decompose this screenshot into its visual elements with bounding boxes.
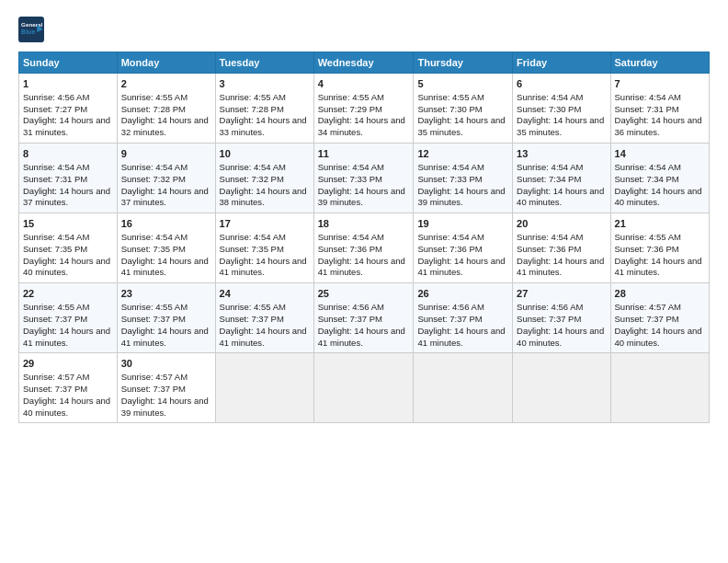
sunset: Sunset: 7:29 PM (318, 104, 382, 114)
sunset: Sunset: 7:34 PM (517, 174, 581, 184)
sunrise: Sunrise: 4:54 AM (615, 92, 681, 102)
page: General Blue SundayMondayTuesdayWednesda… (0, 0, 728, 563)
sunrise: Sunrise: 4:57 AM (23, 372, 89, 382)
sunset: Sunset: 7:37 PM (23, 314, 87, 324)
header-cell-friday: Friday (513, 52, 610, 74)
day-number: 19 (417, 217, 508, 231)
calendar-cell: 6Sunrise: 4:54 AMSunset: 7:30 PMDaylight… (513, 74, 610, 144)
calendar-week-5: 29Sunrise: 4:57 AMSunset: 7:37 PMDayligh… (19, 353, 710, 423)
calendar-cell: 1Sunrise: 4:56 AMSunset: 7:27 PMDaylight… (19, 74, 118, 144)
calendar-cell: 3Sunrise: 4:55 AMSunset: 7:28 PMDaylight… (215, 74, 313, 144)
sunrise: Sunrise: 4:56 AM (417, 302, 483, 312)
calendar-cell: 21Sunrise: 4:55 AMSunset: 7:36 PMDayligh… (610, 213, 709, 283)
day-number: 4 (318, 77, 410, 91)
day-number: 11 (318, 147, 410, 161)
calendar-table: SundayMondayTuesdayWednesdayThursdayFrid… (18, 52, 710, 423)
sunset: Sunset: 7:37 PM (121, 384, 186, 394)
header-cell-saturday: Saturday (610, 52, 709, 74)
calendar-cell: 28Sunrise: 4:57 AMSunset: 7:37 PMDayligh… (610, 283, 709, 353)
calendar-cell: 16Sunrise: 4:54 AMSunset: 7:35 PMDayligh… (117, 213, 215, 283)
daylight-label: Daylight: 14 hours and 41 minutes. (220, 256, 307, 278)
daylight-label: Daylight: 14 hours and 33 minutes. (220, 115, 307, 137)
calendar-cell: 23Sunrise: 4:55 AMSunset: 7:37 PMDayligh… (117, 283, 215, 353)
day-number: 25 (318, 287, 410, 301)
day-number: 15 (23, 217, 113, 231)
calendar-cell: 7Sunrise: 4:54 AMSunset: 7:31 PMDaylight… (610, 74, 709, 144)
daylight-label: Daylight: 14 hours and 32 minutes. (121, 115, 209, 137)
sunset: Sunset: 7:36 PM (517, 244, 581, 254)
sunset: Sunset: 7:37 PM (417, 314, 482, 324)
day-number: 7 (615, 77, 705, 91)
day-number: 24 (220, 287, 310, 301)
sunrise: Sunrise: 4:54 AM (517, 232, 583, 242)
day-number: 8 (23, 147, 113, 161)
daylight-label: Daylight: 14 hours and 34 minutes. (318, 115, 405, 137)
daylight-label: Daylight: 14 hours and 40 minutes. (517, 326, 604, 348)
header-cell-sunday: Sunday (19, 52, 118, 74)
daylight-label: Daylight: 14 hours and 41 minutes. (517, 256, 604, 278)
sunrise: Sunrise: 4:54 AM (517, 162, 583, 172)
daylight-label: Daylight: 14 hours and 41 minutes. (121, 326, 209, 348)
daylight-label: Daylight: 14 hours and 35 minutes. (417, 115, 505, 137)
day-number: 30 (121, 357, 211, 371)
daylight-label: Daylight: 14 hours and 39 minutes. (121, 396, 209, 418)
sunrise: Sunrise: 4:55 AM (220, 302, 286, 312)
sunset: Sunset: 7:34 PM (615, 174, 679, 184)
day-number: 14 (615, 147, 705, 161)
daylight-label: Daylight: 14 hours and 41 minutes. (417, 326, 505, 348)
svg-text:Blue: Blue (21, 29, 35, 35)
day-number: 12 (417, 147, 508, 161)
calendar-cell: 20Sunrise: 4:54 AMSunset: 7:36 PMDayligh… (513, 213, 610, 283)
sunrise: Sunrise: 4:54 AM (318, 162, 384, 172)
calendar-cell: 5Sunrise: 4:55 AMSunset: 7:30 PMDaylight… (414, 74, 513, 144)
calendar-cell: 30Sunrise: 4:57 AMSunset: 7:37 PMDayligh… (117, 353, 215, 423)
header-cell-tuesday: Tuesday (215, 52, 313, 74)
day-number: 13 (517, 147, 606, 161)
daylight-label: Daylight: 14 hours and 40 minutes. (23, 256, 110, 278)
calendar-cell: 13Sunrise: 4:54 AMSunset: 7:34 PMDayligh… (513, 144, 610, 213)
sunrise: Sunrise: 4:56 AM (517, 302, 583, 312)
sunset: Sunset: 7:35 PM (220, 244, 284, 254)
sunset: Sunset: 7:28 PM (121, 104, 186, 114)
calendar-cell: 19Sunrise: 4:54 AMSunset: 7:36 PMDayligh… (414, 213, 513, 283)
sunset: Sunset: 7:30 PM (517, 104, 581, 114)
calendar-cell (313, 353, 414, 423)
sunrise: Sunrise: 4:55 AM (318, 92, 384, 102)
sunrise: Sunrise: 4:54 AM (220, 232, 286, 242)
daylight-label: Daylight: 14 hours and 38 minutes. (220, 186, 307, 208)
day-number: 26 (417, 287, 508, 301)
sunrise: Sunrise: 4:54 AM (23, 232, 89, 242)
daylight-label: Daylight: 14 hours and 40 minutes. (615, 326, 702, 348)
daylight-label: Daylight: 14 hours and 40 minutes. (615, 186, 702, 208)
header-cell-monday: Monday (117, 52, 215, 74)
day-number: 6 (517, 77, 606, 91)
daylight-label: Daylight: 14 hours and 41 minutes. (23, 326, 110, 348)
sunrise: Sunrise: 4:55 AM (23, 302, 89, 312)
calendar-cell: 4Sunrise: 4:55 AMSunset: 7:29 PMDaylight… (313, 74, 414, 144)
calendar-cell: 15Sunrise: 4:54 AMSunset: 7:35 PMDayligh… (19, 213, 118, 283)
sunrise: Sunrise: 4:55 AM (121, 92, 188, 102)
sunset: Sunset: 7:28 PM (220, 104, 284, 114)
sunrise: Sunrise: 4:56 AM (318, 302, 384, 312)
calendar-cell: 22Sunrise: 4:55 AMSunset: 7:37 PMDayligh… (19, 283, 118, 353)
daylight-label: Daylight: 14 hours and 31 minutes. (23, 115, 110, 137)
daylight-label: Daylight: 14 hours and 41 minutes. (121, 256, 209, 278)
sunset: Sunset: 7:32 PM (220, 174, 284, 184)
calendar-cell: 26Sunrise: 4:56 AMSunset: 7:37 PMDayligh… (414, 283, 513, 353)
day-number: 22 (23, 287, 113, 301)
sunrise: Sunrise: 4:57 AM (121, 372, 188, 382)
sunrise: Sunrise: 4:56 AM (23, 92, 89, 102)
calendar-week-1: 1Sunrise: 4:56 AMSunset: 7:27 PMDaylight… (19, 74, 710, 144)
sunrise: Sunrise: 4:54 AM (220, 162, 286, 172)
sunrise: Sunrise: 4:55 AM (121, 302, 188, 312)
calendar-cell: 14Sunrise: 4:54 AMSunset: 7:34 PMDayligh… (610, 144, 709, 213)
day-number: 29 (23, 357, 113, 371)
day-number: 28 (615, 287, 705, 301)
daylight-label: Daylight: 14 hours and 41 minutes. (220, 326, 307, 348)
sunset: Sunset: 7:31 PM (615, 104, 679, 114)
header-cell-wednesday: Wednesday (313, 52, 414, 74)
daylight-label: Daylight: 14 hours and 37 minutes. (121, 186, 209, 208)
daylight-label: Daylight: 14 hours and 41 minutes. (615, 256, 702, 278)
sunrise: Sunrise: 4:55 AM (417, 92, 483, 102)
sunrise: Sunrise: 4:54 AM (615, 162, 681, 172)
